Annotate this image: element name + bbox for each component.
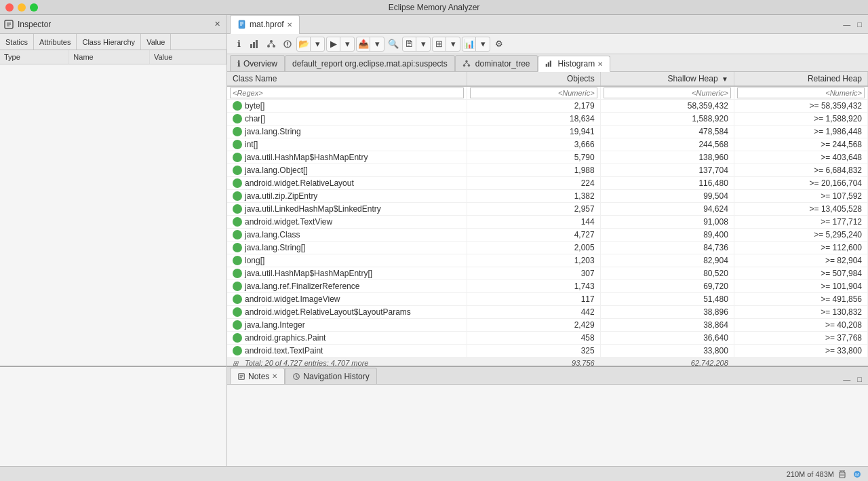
file-tab-label: mat.hprof <box>250 20 284 29</box>
svg-rect-9 <box>253 42 255 48</box>
search-btn[interactable]: 🔍 <box>386 37 401 52</box>
run-btn[interactable]: ▶ <box>327 37 340 51</box>
dominator-btn[interactable] <box>264 37 279 52</box>
table-row[interactable]: java.util.HashMap$HashMapEntry5,790138,9… <box>227 151 868 164</box>
inspector-close-btn[interactable]: ✕ <box>212 19 222 29</box>
bottom-maximize-btn[interactable]: □ <box>855 374 864 384</box>
inspector-controls[interactable]: ✕ <box>212 19 222 29</box>
tab-notes[interactable]: Notes ✕ <box>230 368 285 384</box>
table-row[interactable]: android.widget.RelativeLayout224116,480>… <box>227 177 868 190</box>
class-name-cell: java.lang.String <box>227 126 467 138</box>
filter-shallow-input[interactable] <box>604 88 731 98</box>
trash-icon[interactable] <box>837 469 848 479</box>
svg-line-22 <box>464 62 466 64</box>
table-row[interactable]: char[]18,6341,588,920>= 1,588,920 <box>227 113 868 126</box>
histogram-filter-row <box>227 86 868 100</box>
table-row[interactable]: android.text.TextPaint32533,800>= 33,800 <box>227 345 868 358</box>
table-row[interactable]: java.lang.String[]2,00584,736>= 112,600 <box>227 242 868 254</box>
layout-dropdown-btn[interactable]: ▾ <box>446 37 460 51</box>
table-row[interactable]: android.graphics.Paint45836,640>= 37,768 <box>227 332 868 345</box>
window-controls[interactable] <box>5 3 38 12</box>
table-row[interactable]: android.widget.RelativeLayout$LayoutPara… <box>227 306 868 319</box>
overview-icon: ℹ <box>237 59 241 69</box>
filter-retained-input[interactable] <box>737 88 865 98</box>
table-row[interactable]: java.lang.String19,941478,584>= 1,986,44… <box>227 126 868 138</box>
filter-classname-input[interactable] <box>230 88 464 98</box>
tab-class-hierarchy[interactable]: Class Hierarchy <box>77 34 141 50</box>
col-retained-heap[interactable]: Retained Heap <box>734 72 867 86</box>
col-classname[interactable]: Class Name <box>227 72 467 86</box>
class-name: android.widget.RelativeLayout <box>245 178 354 188</box>
class-icon <box>233 191 242 201</box>
col-shallow-heap[interactable]: Shallow Heap ▼ <box>600 72 734 86</box>
info-btn[interactable]: ℹ <box>231 37 246 52</box>
tab-default-report[interactable]: default_report org.eclipse.mat.api:suspe… <box>285 55 455 71</box>
file-tab-close[interactable]: ✕ <box>287 21 292 28</box>
tab-bar-controls[interactable]: — □ <box>841 20 868 29</box>
export-btn[interactable]: 📤 <box>357 37 370 51</box>
table-row[interactable]: java.util.zip.ZipEntry1,38299,504>= 107,… <box>227 190 868 203</box>
maximize-right-btn[interactable]: □ <box>855 20 864 29</box>
bottom-tab-controls[interactable]: — □ <box>841 374 868 384</box>
tab-value[interactable]: Value <box>141 34 171 50</box>
retained-heap-cell: >= 101,904 <box>734 280 867 293</box>
notes-tab-close[interactable]: ✕ <box>272 372 277 380</box>
col-objects[interactable]: Objects <box>467 72 600 86</box>
configure-btn[interactable]: ⚙ <box>492 37 507 52</box>
svg-point-11 <box>270 40 273 43</box>
view-dropdown-btn[interactable]: ▾ <box>416 37 430 51</box>
class-name: java.lang.String <box>245 127 301 136</box>
open-heap-btn[interactable]: 📂 <box>297 37 311 51</box>
maximize-button[interactable] <box>30 3 38 12</box>
run-actions-group: ▶ ▾ <box>326 37 355 52</box>
inspector-table: Type Name Value <box>0 50 226 366</box>
inspector-col-value: Value <box>149 50 226 64</box>
table-row[interactable]: long[]1,20382,904>= 82,904 <box>227 254 868 267</box>
inspector-icon <box>4 20 14 29</box>
tab-dominator-tree[interactable]: dominator_tree <box>455 55 538 71</box>
compare-dropdown-btn[interactable]: ▾ <box>476 37 490 51</box>
table-row[interactable]: java.lang.Integer2,42938,864>= 40,208 <box>227 319 868 332</box>
run-dropdown-btn[interactable]: ▾ <box>340 37 354 51</box>
table-row[interactable]: android.widget.ImageView11751,480>= 491,… <box>227 293 868 306</box>
leak-btn[interactable] <box>280 37 295 52</box>
view-btn[interactable]: 🖹 <box>403 37 416 51</box>
filter-shallow-cell[interactable] <box>600 86 734 100</box>
objects-cell: 5,790 <box>467 151 600 164</box>
table-row[interactable]: java.util.HashMap$HashMapEntry[]30780,52… <box>227 267 868 280</box>
svg-point-18 <box>287 45 288 47</box>
tab-statics[interactable]: Statics <box>0 34 34 50</box>
histogram-tab-icon <box>545 60 553 68</box>
svg-line-14 <box>269 43 271 45</box>
histogram-btn[interactable] <box>248 37 262 52</box>
open-dropdown-btn[interactable]: ▾ <box>311 37 324 51</box>
notes-icon <box>237 372 245 381</box>
histogram-tab-close[interactable]: ✕ <box>597 60 603 68</box>
tab-histogram[interactable]: Histogram ✕ <box>538 56 611 72</box>
table-row[interactable]: int[]3,666244,568>= 244,568 <box>227 138 868 151</box>
bottom-minimize-btn[interactable]: — <box>841 374 852 384</box>
table-row[interactable]: java.lang.Class4,72789,400>= 5,295,240 <box>227 229 868 242</box>
tab-navigation-history[interactable]: Navigation History <box>285 368 376 384</box>
minimize-right-btn[interactable]: — <box>841 20 852 29</box>
table-row[interactable]: java.util.LinkedHashMap$LinkedEntry2,957… <box>227 203 868 216</box>
compare-btn[interactable]: 📊 <box>462 37 476 51</box>
filter-retained-cell[interactable] <box>734 86 867 100</box>
tab-attributes[interactable]: Attributes <box>34 34 77 50</box>
export-dropdown-btn[interactable]: ▾ <box>370 37 384 51</box>
table-row[interactable]: java.lang.ref.FinalizerReference1,74369,… <box>227 280 868 293</box>
filter-objects-cell[interactable] <box>467 86 600 100</box>
table-row[interactable]: android.widget.TextView14491,008>= 177,7… <box>227 216 868 229</box>
table-row[interactable]: java.lang.Object[]1,988137,704>= 6,684,8… <box>227 164 868 177</box>
close-button[interactable] <box>5 3 14 12</box>
table-row[interactable]: byte[]2,17958,359,432>= 58,359,432 <box>227 100 868 113</box>
layout-btn[interactable]: ⊞ <box>433 37 446 51</box>
objects-cell: 4,727 <box>467 229 600 242</box>
objects-cell: 1,203 <box>467 254 600 267</box>
tab-overview[interactable]: ℹ Overview <box>230 55 285 71</box>
file-tab-mat-hprof[interactable]: mat.hprof ✕ <box>230 15 300 34</box>
filter-objects-input[interactable] <box>470 88 597 98</box>
filter-classname-cell[interactable] <box>227 86 467 100</box>
minimize-button[interactable] <box>18 3 26 12</box>
total-retained-heap <box>734 358 867 366</box>
